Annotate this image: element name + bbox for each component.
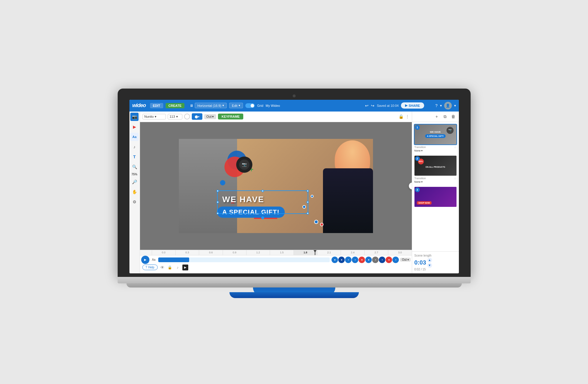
next-slide-arrow[interactable]: › — [409, 182, 412, 189]
timeline-bottom-row: ? Help 👁 🔒 ♪ ▶ — [140, 264, 412, 271]
hand-icon[interactable]: ✋ — [130, 188, 139, 196]
track-icon-10[interactable]: ▪ — [392, 257, 399, 263]
grid-toggle[interactable] — [245, 103, 255, 108]
scene-thumbnail-1[interactable]: WE HAVE A SPECIAL GIFT! 📷 — [414, 124, 457, 145]
lock-timeline-icon[interactable]: 🔒 — [167, 265, 173, 270]
out-button[interactable]: Out ▾ — [204, 114, 216, 119]
play-button[interactable]: ▶ — [141, 256, 149, 264]
camera-sidebar-icon[interactable]: 📷 — [130, 113, 139, 121]
aspect-ratio-control: 🖥 Horizontal (16:9) ▾ — [190, 103, 227, 108]
eye-icon[interactable]: 👁 — [159, 265, 165, 270]
transition-select-2: None ▾ — [414, 180, 457, 183]
track-icon-1[interactable]: ● — [332, 257, 338, 263]
text-icon[interactable]: T — [130, 153, 139, 161]
scene-thumbnail-2[interactable]: 60% ON ALL PRODUCTS — [414, 155, 457, 176]
ruler-mark-9: 2.7 — [364, 250, 388, 255]
help-icon[interactable]: ? — [435, 103, 438, 108]
track-icon-2[interactable]: ● — [338, 257, 345, 263]
scene-item-3[interactable]: 3 SHOP NOW — [414, 186, 457, 207]
track-icon-9[interactable]: ● — [386, 257, 392, 263]
font-color-picker[interactable] — [184, 114, 190, 119]
aspect-ratio-dropdown[interactable]: Horizontal (16:9) ▾ — [195, 103, 227, 108]
music-icon[interactable]: ♪ — [130, 143, 139, 151]
chevron-down-icon[interactable]: ▾ — [440, 104, 442, 108]
increase-length-btn[interactable]: ▲ — [427, 258, 432, 262]
decrease-length-btn[interactable]: ▼ — [427, 263, 432, 268]
font-size-select[interactable]: 113 ▾ — [168, 114, 182, 119]
create-button[interactable]: CREATE — [166, 103, 184, 108]
question-icon: ? — [146, 266, 147, 269]
scene-item-1[interactable]: 1 WE HAVE A SPECIAL GIFT! 📷 — [414, 124, 457, 152]
none-select-1[interactable]: None ▾ — [414, 149, 423, 152]
keyframe-button[interactable]: KEYFRAME — [218, 114, 243, 119]
chevron-down-icon: ▾ — [155, 115, 156, 119]
star-icon-1[interactable]: ☆ — [454, 146, 457, 149]
scene-length-value[interactable]: 0:03 — [414, 259, 426, 266]
timeline-out-button[interactable]: Out ▾ — [400, 258, 410, 262]
add-user-icon[interactable]: 👤 — [427, 102, 433, 109]
video-timeline-icon[interactable]: ▶ — [182, 265, 188, 270]
help-button[interactable]: ? Help — [142, 265, 158, 270]
track-icon-7[interactable]: ▪ — [372, 257, 379, 263]
selection-dot-3 — [314, 220, 318, 224]
star-icon-2[interactable]: ☆ — [454, 177, 457, 180]
scene-thumbnail-3[interactable]: SHOP NOW — [414, 186, 457, 207]
app-container: wideo EDIT CREATE 🖥 Horizontal (16:9) ▾ … — [129, 100, 459, 273]
scene-item-2[interactable]: 2 60% ON ALL PRODUCTS — [414, 155, 457, 183]
color-picker-button[interactable]: ⬤ ▾ — [192, 113, 202, 120]
track-icon-4[interactable]: ▪ — [352, 257, 358, 263]
settings-icon[interactable]: ⚙ — [130, 198, 139, 206]
ruler-mark-1: 0.3 — [175, 250, 199, 255]
zoom-level: 75% — [131, 173, 137, 176]
canvas-text-we-have[interactable]: WE HAVE — [222, 195, 264, 204]
avatar-chevron-icon[interactable]: ▾ — [454, 104, 456, 108]
ruler-mark-3: 0.9 — [223, 250, 246, 255]
timeline: 0.0 0.3 0.6 0.9 1.2 1.5 1.8 2.1 2.4 2.7 — [140, 250, 412, 273]
transition-select-1: None ▾ — [414, 149, 457, 152]
monitor-icon: 🖥 — [190, 104, 193, 108]
ruler-mark-0: 0.0 — [152, 250, 175, 255]
track-aa-label: Aa — [151, 258, 157, 261]
chevron-down-icon: ▾ — [421, 149, 423, 152]
lock-icon[interactable]: 🔒 — [399, 114, 404, 119]
camera-element[interactable]: 📷 — [236, 157, 252, 173]
ruler-mark-8: 2.4 — [341, 250, 364, 255]
add-scene-icon[interactable]: + — [434, 113, 440, 120]
avatar[interactable]: 👤 — [444, 102, 452, 109]
text-style-icon[interactable]: Aa — [130, 133, 139, 141]
chevron-down-icon: ▾ — [176, 115, 178, 119]
zoom-in-icon[interactable]: 🔍 — [130, 163, 139, 171]
track-icon-6[interactable]: ● — [365, 257, 372, 263]
track-icon-3[interactable]: ▪ — [345, 257, 352, 263]
zoom-out-icon[interactable]: 🔎 — [130, 178, 139, 186]
undo-icon[interactable]: ↩ — [365, 103, 369, 108]
more-options-icon[interactable]: ⋮ — [405, 114, 409, 119]
video-sidebar-icon[interactable]: ▶ — [130, 123, 139, 131]
music-timeline-icon[interactable]: ♪ — [175, 265, 181, 270]
canvas[interactable]: + 📷 ✕ WE HAVE — [179, 139, 373, 233]
font-select[interactable]: Nunito ▾ — [142, 114, 166, 119]
scenes-list: 1 WE HAVE A SPECIAL GIFT! 📷 — [412, 122, 459, 251]
track-icon-5[interactable]: ● — [359, 257, 365, 263]
track-icons: ● ● ▪ ▪ ● ● ▪ ▪ ● ▪ — [332, 257, 399, 263]
ruler-mark-4: 1.2 — [246, 250, 270, 255]
deco-circle-small — [220, 180, 225, 185]
delete-scene-icon[interactable]: 🗑 — [450, 113, 457, 120]
person-body — [323, 168, 373, 233]
edit-dropdown[interactable]: Edit ▾ — [229, 103, 243, 108]
scene-length-controls: ▲ ▼ — [427, 258, 432, 268]
ruler-mark-7: 2.1 — [317, 250, 341, 255]
chevron-down-icon: ▾ — [407, 258, 409, 261]
redo-icon[interactable]: ↪ — [371, 103, 374, 108]
scene-length-section: Scene length 0:03 ▲ ▼ 0:02 / 15 — [412, 251, 459, 273]
track-icon-8[interactable]: ▪ — [379, 257, 385, 263]
screen-bezel: wideo EDIT CREATE 🖥 Horizontal (16:9) ▾ … — [118, 89, 471, 277]
edit-button[interactable]: EDIT — [150, 103, 163, 108]
duplicate-scene-icon[interactable]: ⧉ — [442, 113, 448, 120]
track-bar[interactable] — [158, 257, 330, 262]
share-button[interactable]: ▶ SHARE — [401, 102, 424, 109]
grid-label: Grid — [257, 104, 263, 107]
canvas-text-gift[interactable]: A SPECIAL GIFT! — [217, 207, 285, 218]
timeline-track-row: ▶ Aa ● ● ▪ — [140, 255, 412, 264]
none-select-2[interactable]: None ▾ — [414, 180, 423, 183]
